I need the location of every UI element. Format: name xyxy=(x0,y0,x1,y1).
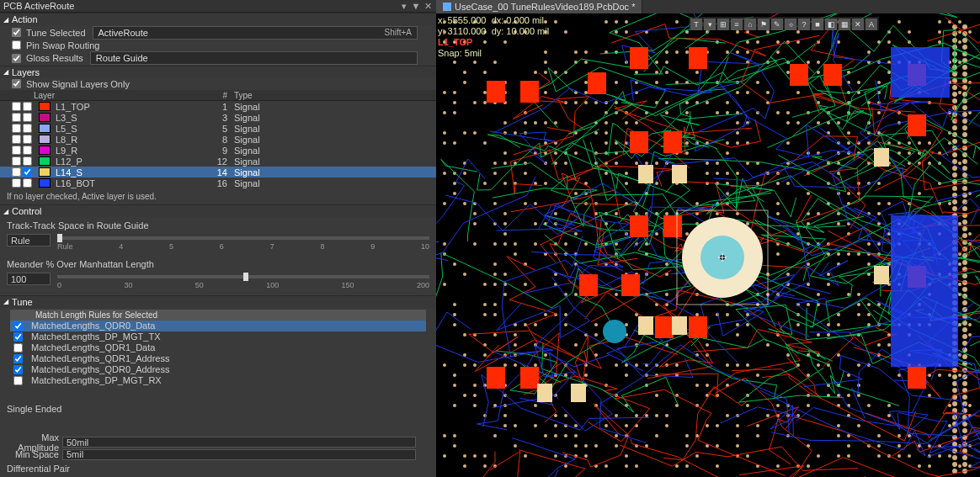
layer-row[interactable]: L16_BOT16Signal xyxy=(0,178,436,188)
layer-select-checkbox[interactable] xyxy=(23,135,32,144)
layer-row[interactable]: L9_R9Signal xyxy=(0,145,436,156)
toolbar-button[interactable]: ■ xyxy=(812,19,823,30)
tune-rule-checkbox[interactable] xyxy=(13,321,23,331)
toolbar-button[interactable]: ⟐ xyxy=(785,19,796,30)
tune-rule-row[interactable]: MatchedLengths_QDR0_Data xyxy=(10,321,426,331)
layer-select-checkbox[interactable] xyxy=(23,178,32,188)
layer-row[interactable]: L8_R8Signal xyxy=(0,134,436,145)
layer-color-swatch[interactable] xyxy=(39,124,51,133)
layer-visible-checkbox[interactable] xyxy=(12,156,21,166)
svg-point-561 xyxy=(483,313,487,316)
layer-color-swatch[interactable] xyxy=(39,178,51,188)
toolbar-button[interactable]: ? xyxy=(798,19,810,30)
toolbar-button[interactable]: A xyxy=(865,19,877,30)
meander-slider[interactable]: 03050100150200 xyxy=(57,273,429,289)
layer-visible-checkbox[interactable] xyxy=(12,146,21,155)
tune-rule-name: MatchedLengths_QDR1_Address xyxy=(31,353,169,363)
layer-visible-checkbox[interactable] xyxy=(12,178,21,188)
layer-color-swatch[interactable] xyxy=(39,146,51,155)
route-guide-combo[interactable]: Route Guide xyxy=(90,51,418,65)
layer-select-checkbox[interactable] xyxy=(23,102,32,111)
section-layers[interactable]: ◢ Layers xyxy=(0,66,436,78)
layer-visible-checkbox[interactable] xyxy=(12,124,21,133)
tune-rule-row[interactable]: MatchedLengths_QDR0_Address xyxy=(10,364,426,375)
tune-rule-checkbox[interactable] xyxy=(13,365,23,374)
toolbar-button[interactable]: ✕ xyxy=(852,19,864,30)
pin-swap-checkbox[interactable] xyxy=(12,40,21,50)
section-control[interactable]: ◢ Control xyxy=(0,204,436,217)
toolbar-button[interactable]: ▦ xyxy=(839,19,850,30)
svg-point-142 xyxy=(796,91,800,94)
show-signal-only-checkbox[interactable] xyxy=(12,79,21,88)
svg-point-21 xyxy=(958,20,961,24)
layer-visible-checkbox[interactable] xyxy=(12,167,21,177)
min-space-input[interactable]: 5mil xyxy=(62,449,416,460)
layer-visible-checkbox[interactable] xyxy=(12,102,21,111)
layer-color-swatch[interactable] xyxy=(39,156,51,166)
pcb-canvas[interactable] xyxy=(436,13,980,477)
svg-point-281 xyxy=(493,162,497,165)
tune-selected-checkbox[interactable] xyxy=(12,28,21,37)
layer-color-swatch[interactable] xyxy=(39,167,51,177)
tune-rule-checkbox[interactable] xyxy=(13,354,23,363)
panel-titlebar: PCB ActiveRoute ▾ ▼ ✕ xyxy=(0,0,436,13)
svg-point-762 xyxy=(605,424,608,427)
layer-row[interactable]: L12_P12Signal xyxy=(0,156,436,167)
meander-value[interactable]: 100 xyxy=(7,273,51,285)
track-space-slider[interactable]: Rule45678910 xyxy=(57,234,429,251)
tune-rule-row[interactable]: MatchedLengths_DP_MGT_RX xyxy=(10,375,426,386)
layer-number: 1 xyxy=(209,102,234,112)
toolbar-button[interactable]: ◧ xyxy=(825,19,837,30)
pin-icon[interactable]: ▾ xyxy=(399,1,409,11)
svg-point-848 xyxy=(716,464,719,468)
svg-point-370 xyxy=(776,202,780,205)
document-tab[interactable]: UseCase_00 TuneRulesVideo189.PcbDoc * xyxy=(436,0,642,13)
section-action[interactable]: ◢ Action xyxy=(0,13,436,25)
layer-row[interactable]: L1_TOP1Signal xyxy=(0,101,436,112)
dropdown-icon[interactable]: ▼ xyxy=(411,1,421,11)
toolbar-button[interactable]: ⚑ xyxy=(758,19,770,30)
svg-point-794 xyxy=(514,444,517,448)
toolbar-button[interactable]: ≡ xyxy=(731,19,743,30)
layer-row[interactable]: L14_S14Signal xyxy=(0,167,436,178)
svg-point-980 xyxy=(952,401,957,406)
layer-select-checkbox[interactable] xyxy=(23,113,32,122)
layer-color-swatch[interactable] xyxy=(39,113,51,122)
toolbar-button[interactable]: ▾ xyxy=(704,19,716,30)
svg-point-123 xyxy=(756,81,759,84)
tune-rule-row[interactable]: MatchedLengths_QDR1_Address xyxy=(10,353,426,364)
layer-row[interactable]: L3_S3Signal xyxy=(0,112,436,123)
track-space-value[interactable]: Rule xyxy=(7,234,51,246)
svg-point-792 xyxy=(908,434,911,437)
svg-point-646 xyxy=(473,363,477,367)
tune-rule-checkbox[interactable] xyxy=(13,332,23,342)
action-command-combo[interactable]: ActiveRoute Shift+A xyxy=(93,26,418,40)
toolbar-button[interactable]: T xyxy=(690,19,702,30)
tune-rule-row[interactable]: MatchedLengths_QDR1_Data xyxy=(10,342,426,353)
svg-point-277 xyxy=(908,151,911,155)
layer-select-checkbox[interactable] xyxy=(23,146,32,155)
svg-point-901 xyxy=(962,321,967,326)
layer-row[interactable]: L5_S5Signal xyxy=(0,123,436,134)
layer-select-checkbox[interactable] xyxy=(23,124,32,133)
svg-point-360 xyxy=(493,202,497,205)
layer-visible-checkbox[interactable] xyxy=(12,113,21,122)
layer-select-checkbox[interactable] xyxy=(23,156,32,166)
svg-point-116 xyxy=(615,81,618,84)
layer-color-swatch[interactable] xyxy=(39,102,51,111)
max-amplitude-input[interactable]: 50mil xyxy=(62,437,416,448)
layer-select-checkbox[interactable] xyxy=(23,167,32,177)
tune-rule-checkbox[interactable] xyxy=(13,376,23,385)
layer-number: 12 xyxy=(209,156,234,167)
close-icon[interactable]: ✕ xyxy=(423,1,433,11)
layer-color-swatch[interactable] xyxy=(39,135,51,144)
section-tune[interactable]: ◢ Tune xyxy=(0,295,436,308)
toolbar-button[interactable]: ✎ xyxy=(771,19,783,30)
tune-rule-row[interactable]: MatchedLengths_DP_MGT_TX xyxy=(10,331,426,342)
toolbar-button[interactable]: ⊞ xyxy=(717,19,729,30)
col-layer: Layer xyxy=(34,91,209,100)
tune-rule-checkbox[interactable] xyxy=(13,343,23,352)
layer-visible-checkbox[interactable] xyxy=(12,135,21,144)
toolbar-button[interactable]: ⌂ xyxy=(744,19,756,30)
gloss-results-checkbox[interactable] xyxy=(12,54,21,63)
